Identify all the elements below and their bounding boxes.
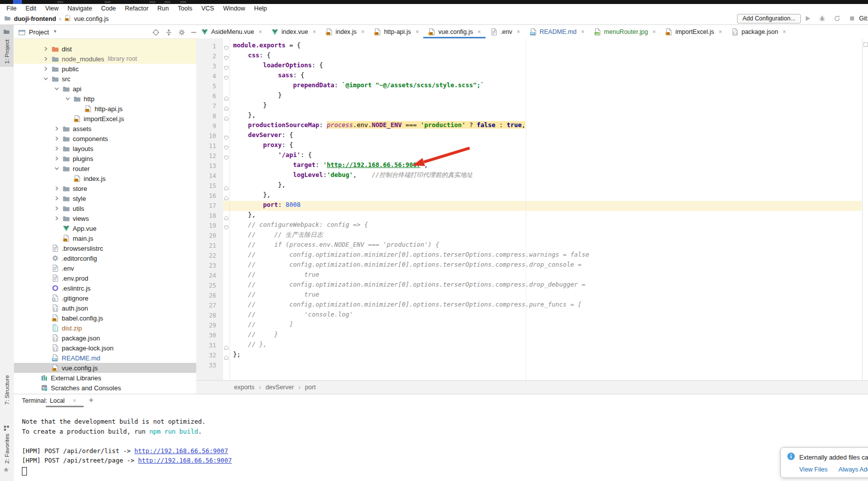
code-line-29[interactable]: // ] <box>196 321 862 330</box>
structure-stripe-label[interactable]: 7: Structure <box>4 375 10 405</box>
tree-item-README.md[interactable]: MDREADME.md <box>14 353 196 363</box>
breadcrumb-file[interactable]: vue.config.js <box>74 15 109 22</box>
code-line-6[interactable]: } <box>196 91 862 101</box>
code-line-30[interactable]: // } <box>196 330 862 340</box>
tree-item-http[interactable]: http <box>14 94 196 104</box>
editor-breadcrumb-devServer[interactable]: devServer <box>265 384 294 391</box>
chevron-right-icon[interactable] <box>53 155 62 162</box>
add-configuration-button[interactable]: Add Configuration... <box>737 14 801 23</box>
code-line-28[interactable]: // 'console.log' <box>196 311 862 321</box>
code-line-7[interactable]: } <box>196 101 862 111</box>
debug-bug-icon[interactable] <box>818 14 826 22</box>
run-icon[interactable] <box>804 14 812 22</box>
code-line-10[interactable]: devServer: { <box>196 131 862 141</box>
code-line-5[interactable]: prependData: `@import "~@/assets/scss/st… <box>196 81 862 91</box>
chevron-right-icon[interactable] <box>53 125 62 133</box>
chevron-right-icon[interactable] <box>53 184 62 192</box>
notification-action-view-files[interactable]: View Files <box>799 466 828 473</box>
close-icon[interactable]: × <box>516 28 520 35</box>
tree-item-Scratches and Consoles[interactable]: Scratches and Consoles <box>14 383 196 393</box>
tree-item-package-lock.json[interactable]: {}package-lock.json <box>14 343 196 353</box>
favorites-stripe-label[interactable]: 2: Favorites <box>4 434 10 464</box>
code-line-11[interactable]: proxy: { <box>196 141 862 151</box>
code-line-3[interactable]: loaderOptions: { <box>196 61 862 71</box>
tree-item-importExcel.js[interactable]: JSimportExcel.js <box>14 114 196 124</box>
tree-item-dist[interactable]: dist <box>14 44 196 54</box>
tab-index.vue[interactable]: index.vue× <box>266 25 321 38</box>
tab-menuRouter.jpg[interactable]: menuRouter.jpg× <box>589 25 660 38</box>
new-terminal-icon[interactable]: + <box>89 395 94 405</box>
tree-item-External Libraries[interactable]: External Libraries <box>14 373 196 383</box>
project-stripe-label[interactable]: 1: Project <box>4 39 10 64</box>
tree-item-App.vue[interactable]: App.vue <box>14 223 196 233</box>
code-line-17[interactable]: port: 8008 <box>196 201 862 211</box>
code-line-31[interactable]: // }, <box>196 340 862 350</box>
code-line-20[interactable]: // // 生产去除日志 <box>196 231 862 241</box>
tree-item-components[interactable]: components <box>14 134 196 144</box>
tree-item-assets[interactable]: assets <box>14 124 196 134</box>
tree-item-.editorconfig[interactable]: .editorconfig <box>14 253 196 263</box>
chevron-right-icon[interactable] <box>42 65 51 73</box>
code-line-14[interactable]: logLevel:'debug', //控制台终端打印代理前的真实地址 <box>196 171 862 181</box>
tree-item-http-api.js[interactable]: JShttp-api.js <box>14 104 196 114</box>
tab-.env[interactable]: .env× <box>486 25 525 38</box>
tree-item-plugins[interactable]: plugins <box>14 154 196 163</box>
gear-icon[interactable] <box>178 28 186 36</box>
tree-item-index.js[interactable]: JSindex.js <box>14 173 196 183</box>
menu-view[interactable]: View <box>41 4 63 13</box>
tree-item-main.js[interactable]: JSmain.js <box>14 233 196 243</box>
menu-vcs[interactable]: VCS <box>197 4 219 13</box>
chevron-right-icon[interactable] <box>53 135 62 143</box>
chevron-down-icon[interactable]: ▾ <box>54 28 56 34</box>
project-panel-title[interactable]: Project <box>29 28 49 36</box>
code-line-22[interactable]: // config.optimization.minimizer[0].opti… <box>196 251 862 261</box>
inspection-status-icon[interactable] <box>864 42 868 47</box>
code-line-4[interactable]: sass: { <box>196 71 862 81</box>
tree-item-src[interactable]: src <box>14 74 196 84</box>
tree-item-utils[interactable]: utils <box>14 203 196 213</box>
code-line-12[interactable]: '/api': { <box>196 151 862 161</box>
close-icon[interactable]: × <box>581 28 585 35</box>
editor-breadcrumb-port[interactable]: port <box>305 384 316 391</box>
tab-package.json[interactable]: {}package.json× <box>727 25 791 38</box>
close-icon[interactable]: × <box>652 28 656 35</box>
menu-window[interactable]: Window <box>219 4 249 13</box>
menu-navigate[interactable]: Navigate <box>63 4 97 13</box>
code-line-16[interactable]: }, <box>196 191 862 201</box>
code-line-27[interactable]: // config.optimization.minimizer[0].opti… <box>196 301 862 311</box>
tree-item-.eslintrc.js[interactable]: .eslintrc.js <box>14 283 196 293</box>
tree-item-views[interactable]: views <box>14 213 196 223</box>
tree-item-package.json[interactable]: {}package.json <box>14 333 196 343</box>
menu-tools[interactable]: Tools <box>173 4 197 13</box>
terminal-link[interactable]: http://192.168.66.56:9007 <box>134 447 228 455</box>
tab-AsideMenu.vue[interactable]: AsideMenu.vue× <box>196 25 266 38</box>
collapse-all-icon[interactable] <box>165 28 173 36</box>
chevron-right-icon[interactable] <box>53 214 62 222</box>
breadcrumb-project[interactable]: duoji-frontend <box>14 15 56 22</box>
tab-README.md[interactable]: MDREADME.md× <box>525 25 589 38</box>
chevron-right-icon[interactable] <box>53 145 62 153</box>
close-icon[interactable]: × <box>313 28 316 35</box>
tree-item-public[interactable]: public <box>14 64 196 74</box>
tab-index.js[interactable]: JSindex.js× <box>321 25 369 38</box>
tree-item-.browserslistrc[interactable]: .browserslistrc <box>14 243 196 253</box>
tree-item-.env[interactable]: .env <box>14 263 196 273</box>
tree-item-style[interactable]: style <box>14 193 196 203</box>
chevron-down-icon[interactable] <box>53 85 62 93</box>
tree-item-.env.prod[interactable]: .env.prod <box>14 273 196 283</box>
tree-item-router[interactable]: router <box>14 163 196 173</box>
code-line-9[interactable]: productionSourceMap: process.env.NODE_EN… <box>196 121 862 131</box>
menu-help[interactable]: Help <box>249 4 271 13</box>
chevron-down-icon[interactable] <box>42 75 51 83</box>
locate-file-icon[interactable] <box>152 28 160 36</box>
code-line-25[interactable]: // config.optimization.minimizer[0].opti… <box>196 281 862 291</box>
chevron-right-icon[interactable] <box>53 204 62 212</box>
code-line-8[interactable]: }, <box>196 111 862 121</box>
tab-importExcel.js[interactable]: JSimportExcel.js× <box>660 25 727 38</box>
code-line-2[interactable]: css: { <box>196 51 862 61</box>
editor-breadcrumb-exports[interactable]: exports <box>234 384 254 391</box>
tree-item-store[interactable]: store <box>14 183 196 193</box>
close-icon[interactable]: × <box>783 28 786 35</box>
close-icon[interactable]: × <box>719 28 722 35</box>
tab-vue.config.js[interactable]: JSvue.config.js× <box>423 25 486 38</box>
